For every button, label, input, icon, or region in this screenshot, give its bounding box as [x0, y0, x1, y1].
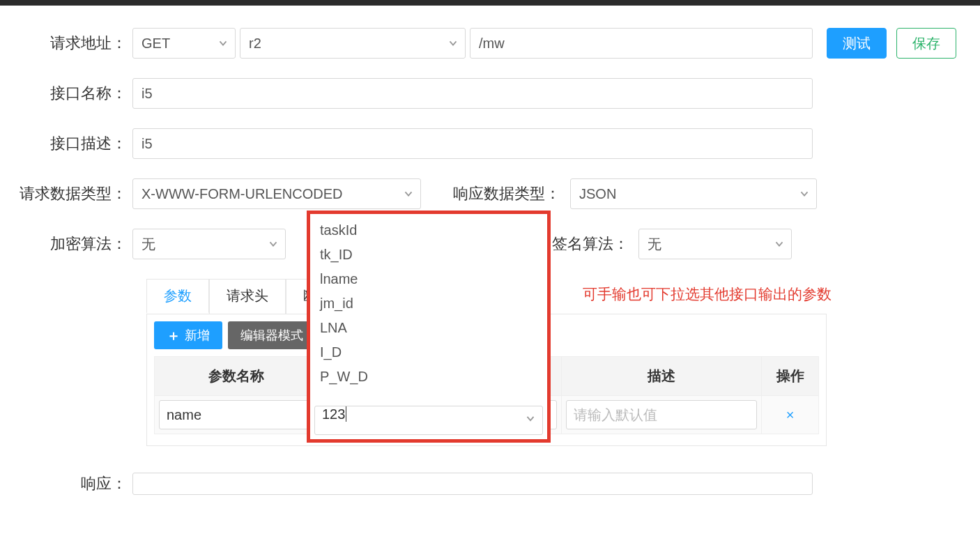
- label-request-url: 请求地址：: [14, 33, 132, 54]
- encryption-algo-select[interactable]: 无: [132, 229, 286, 259]
- tab-headers[interactable]: 请求头: [209, 279, 286, 314]
- http-method-select[interactable]: GET: [132, 28, 236, 59]
- row-response: 响应：: [14, 473, 966, 495]
- annotation-text: 可手输也可下拉选其他接口输出的参数: [583, 284, 832, 304]
- response-data-type-select[interactable]: JSON: [570, 178, 817, 209]
- signature-algo-select[interactable]: 无: [638, 229, 792, 259]
- dropdown-option[interactable]: lname: [310, 267, 547, 291]
- label-interface-name: 接口名称：: [14, 83, 132, 104]
- request-data-type-select[interactable]: X-WWW-FORM-URLENCODED: [132, 178, 421, 209]
- param-autocomplete-dropdown: taskId tk_ID lname jm_id LNA I_D P_W_D 1…: [307, 211, 551, 443]
- label-signature-algo: 签名算法：: [552, 234, 629, 254]
- dropdown-list: taskId tk_ID lname jm_id LNA I_D P_W_D: [310, 214, 547, 402]
- signature-algo-value: 无: [648, 235, 661, 254]
- chevron-down-icon: [402, 188, 415, 200]
- url-segment-select[interactable]: r2: [240, 28, 466, 59]
- dropdown-option[interactable]: jm_id: [310, 291, 547, 316]
- request-data-type-value: X-WWW-FORM-URLENCODED: [141, 186, 343, 202]
- dropdown-input[interactable]: 123: [314, 406, 543, 435]
- row-data-types: 请求数据类型： X-WWW-FORM-URLENCODED 响应数据类型： JS…: [14, 178, 966, 209]
- interface-desc-input[interactable]: [132, 128, 813, 159]
- tab-params[interactable]: 参数: [146, 279, 209, 314]
- tabs-bar: 参数 请求头 断言: [146, 279, 966, 314]
- chevron-down-icon: [773, 238, 786, 250]
- http-method-value: GET: [141, 36, 170, 52]
- chevron-down-icon: [267, 238, 280, 250]
- save-button[interactable]: 保存: [896, 28, 956, 59]
- chevron-down-icon: [447, 37, 459, 49]
- param-name-input[interactable]: [159, 400, 314, 429]
- controls-request-url: GET r2 测试 保存: [132, 28, 966, 59]
- response-data-type-value: JSON: [579, 186, 616, 202]
- dropdown-option[interactable]: LNA: [310, 316, 547, 340]
- chevron-down-icon: [524, 413, 537, 429]
- delete-row-button[interactable]: ×: [766, 407, 814, 423]
- chevron-down-icon: [217, 37, 229, 49]
- label-encryption-algo: 加密算法：: [14, 234, 132, 254]
- col-param-ops: 操作: [762, 357, 819, 396]
- dropdown-option[interactable]: tk_ID: [310, 243, 547, 267]
- add-param-label: 新增: [185, 327, 210, 344]
- editor-mode-button[interactable]: 编辑器模式: [228, 321, 316, 349]
- row-interface-desc: 接口描述：: [14, 128, 966, 159]
- plus-icon: ＋: [167, 326, 181, 345]
- close-icon: ×: [786, 407, 795, 422]
- url-segment-value: r2: [249, 36, 261, 52]
- encryption-algo-value: 无: [141, 235, 155, 254]
- label-request-data-type: 请求数据类型：: [14, 183, 132, 204]
- col-param-desc: 描述: [562, 357, 762, 396]
- row-interface-name: 接口名称：: [14, 78, 966, 109]
- url-action-buttons: 测试 保存: [827, 28, 956, 59]
- test-button[interactable]: 测试: [827, 28, 887, 59]
- col-param-name: 参数名称: [155, 357, 319, 396]
- url-path-input[interactable]: [470, 28, 813, 59]
- dropdown-option[interactable]: I_D: [310, 340, 547, 365]
- row-request-url: 请求地址： GET r2 测试 保存: [14, 28, 966, 59]
- dropdown-option[interactable]: P_W_D: [310, 365, 547, 389]
- dropdown-input-wrap: 123: [310, 402, 547, 439]
- label-interface-desc: 接口描述：: [14, 133, 132, 154]
- form-panel: 请求地址： GET r2 测试 保存 接口名称：: [0, 0, 980, 528]
- param-desc-input[interactable]: [566, 400, 757, 429]
- chevron-down-icon: [798, 188, 811, 200]
- dropdown-option[interactable]: taskId: [310, 218, 547, 243]
- label-response-data-type: 响应数据类型：: [453, 183, 560, 204]
- interface-name-input[interactable]: [132, 78, 813, 109]
- label-response: 响应：: [14, 473, 132, 494]
- dropdown-input-value: 123: [322, 406, 345, 422]
- add-param-button[interactable]: ＋ 新增: [154, 321, 222, 349]
- response-output: [132, 473, 813, 495]
